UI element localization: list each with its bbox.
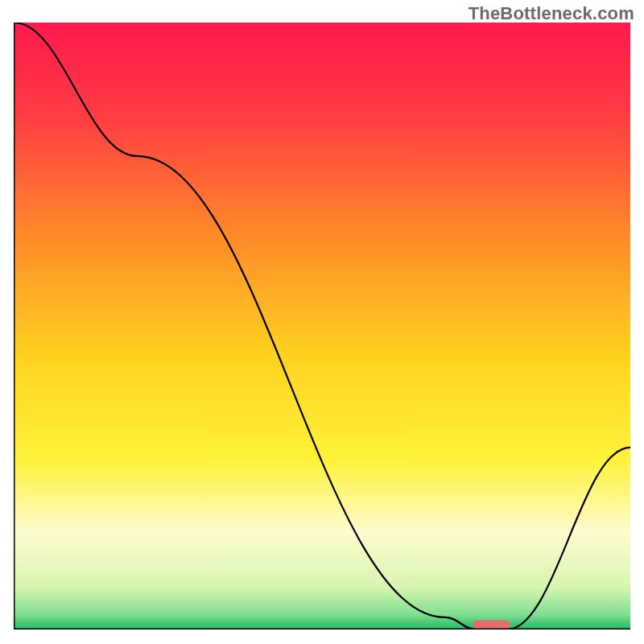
watermark-text: TheBottleneck.com (469, 3, 634, 24)
chart-stage: TheBottleneck.com (0, 0, 644, 644)
plot-svg (14, 23, 630, 630)
plot-area (14, 23, 630, 630)
gradient-background (14, 23, 630, 630)
optimum-marker (473, 621, 510, 630)
